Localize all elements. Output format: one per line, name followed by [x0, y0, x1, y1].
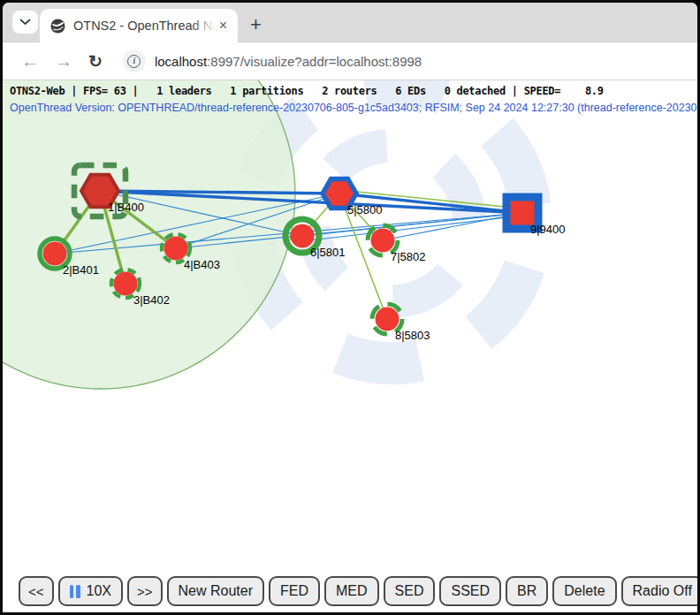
node-4-B403-label: 4|B403 [184, 258, 220, 271]
new-router-button[interactable]: New Router [167, 576, 264, 606]
tab-search-button[interactable] [12, 11, 38, 34]
url-text[interactable]: localhost:8997/visualize?addr=localhost:… [155, 54, 422, 69]
new-sed-button[interactable]: SED [384, 576, 436, 606]
node-3-B402-label: 3|B402 [133, 293, 170, 307]
tab-close-icon[interactable]: × [216, 19, 231, 33]
new-fed-button[interactable]: FED [269, 576, 320, 606]
node-2-B401[interactable] [43, 242, 67, 266]
node-8-5803-label: 8|5803 [395, 329, 430, 342]
url-path: :8997/visualize?addr=localhost:8998 [207, 54, 422, 69]
node-8-5803[interactable] [376, 308, 399, 331]
radio-off-button[interactable]: Radio Off [621, 576, 697, 606]
new-br-button[interactable]: BR [506, 576, 548, 606]
topology-svg: 1|B4002|B4013|B4024|B4035|58006|58017|58… [3, 80, 697, 612]
node-9-9400-label: 9|9400 [530, 223, 566, 236]
reload-button[interactable]: ↻ [80, 49, 110, 73]
node-5-5800-label: 5|5800 [347, 203, 383, 216]
tab-favicon-icon [50, 19, 65, 34]
node-6-5801[interactable] [291, 224, 315, 248]
url-host: localhost [155, 54, 207, 69]
node-3-B402[interactable] [114, 272, 138, 296]
tab-title: OTNS2 - OpenThread Ne [73, 19, 216, 33]
browser-window: OTNS2 - OpenThread Ne × + ← → ↻ i localh… [0, 0, 700, 615]
site-info-button[interactable]: i [123, 49, 146, 72]
new-ssed-button[interactable]: SSED [439, 576, 501, 606]
speed-label: 10X [87, 583, 111, 599]
chevron-down-icon [19, 19, 31, 26]
back-button[interactable]: ← [13, 49, 47, 73]
forward-button[interactable]: → [47, 49, 80, 73]
node-7-5802-label: 7|5802 [391, 250, 426, 263]
node-6-5801-label: 6|5801 [310, 246, 346, 259]
version-line: OpenThread Version: OPENTHREAD/thread-re… [10, 102, 697, 114]
action-toolbar: << 10X >> New Router FED MED SED SSED BR… [19, 576, 697, 606]
radio-range-circle [3, 80, 295, 389]
info-icon: i [127, 55, 141, 68]
speed-button[interactable]: 10X [58, 576, 123, 606]
new-med-button[interactable]: MED [324, 576, 379, 606]
delete-button[interactable]: Delete [552, 576, 616, 606]
pause-icon [70, 585, 80, 598]
tab-strip: OTNS2 - OpenThread Ne × + [3, 3, 697, 42]
browser-tab[interactable]: OTNS2 - OpenThread Ne × [40, 9, 238, 42]
link-6-9 [302, 213, 522, 236]
node-4-B403[interactable] [164, 237, 188, 261]
new-tab-button[interactable]: + [250, 15, 262, 34]
otns-canvas[interactable]: 1|B4002|B4013|B4024|B4035|58006|58017|58… [3, 80, 697, 612]
address-bar: ← → ↻ i localhost:8997/visualize?addr=lo… [3, 42, 697, 80]
tab-title-fade [191, 19, 216, 33]
step-back-button[interactable]: << [19, 576, 54, 606]
step-forward-button[interactable]: >> [127, 576, 163, 606]
node-1-B400-label: 1|B400 [108, 201, 144, 214]
node-2-B401-label: 2|B401 [63, 263, 99, 277]
node-7-5802[interactable] [371, 229, 395, 253]
status-line: OTNS2-Web | FPS= 63 | 1 leaders 1 partit… [10, 85, 604, 97]
